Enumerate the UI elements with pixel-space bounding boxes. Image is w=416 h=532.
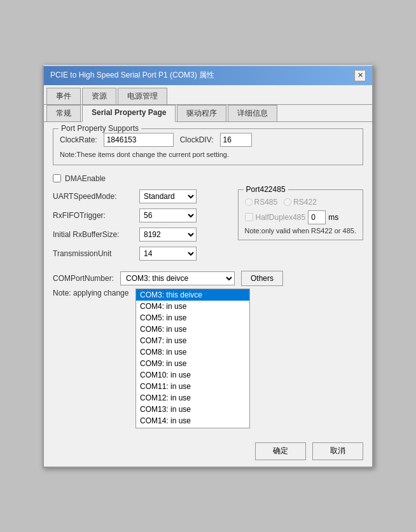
tab-driver[interactable]: 驱动程序	[177, 105, 226, 121]
port-property-note: Note:These items dont change the current…	[60, 151, 356, 158]
com-port-row: COMPortNumber: COM3: this deivce COM4: i…	[53, 271, 363, 286]
rs422-radio[interactable]	[284, 198, 291, 206]
others-button[interactable]: Others	[241, 271, 283, 286]
ms-label: ms	[328, 213, 338, 222]
rxbuffer-select[interactable]: 8192 4096 16384	[139, 228, 197, 242]
port422-radio-row: RS485 RS422	[245, 198, 357, 207]
port-property-fieldset: Port Property Supports ClockRate: ClockD…	[53, 128, 363, 165]
rxbuffer-label: Initial RxBufferSize:	[53, 230, 135, 239]
dropdown-item-com14[interactable]: COM14: in use	[136, 415, 249, 426]
port422-note: Note:only valid when RS422 or 485.	[245, 227, 357, 235]
clock-div-input[interactable]	[220, 133, 252, 147]
rxfifo-select[interactable]: 56 16 32 64	[139, 208, 197, 222]
port422-legend: Port422485	[244, 185, 288, 194]
port422-fieldset: Port422485 RS485 RS422 HalfDuplex485	[238, 189, 364, 240]
com-port-select[interactable]: COM3: this deivce COM4: in use COM5: in …	[120, 271, 235, 285]
clock-div-label: ClockDIV:	[180, 135, 214, 144]
dropdown-item-com6[interactable]: COM6: in use	[136, 324, 249, 335]
dropdown-item-com13[interactable]: COM13: in use	[136, 404, 249, 415]
tab-details[interactable]: 详细信息	[228, 105, 277, 121]
dropdown-item-com15[interactable]: COM15: in use	[136, 426, 249, 428]
com-dropdown-list[interactable]: COM3: this deivce COM4: in use COM5: in …	[135, 289, 250, 428]
dropdown-item-com9[interactable]: COM9: in use	[136, 358, 249, 369]
dma-row: DMAEnable	[53, 174, 363, 183]
dropdown-item-com12[interactable]: COM12: in use	[136, 392, 249, 404]
tab-resources[interactable]: 资源	[82, 88, 116, 104]
rs485-radio-label: RS485	[245, 198, 278, 207]
window-title: PCIE to High Speed Serial Port P1 (COM3)…	[50, 70, 214, 81]
close-button[interactable]: ✕	[354, 70, 366, 81]
half-duplex-checkbox[interactable]	[245, 213, 253, 221]
rs422-radio-label: RS422	[284, 198, 317, 207]
note-applying: Note: applying change	[53, 289, 128, 297]
rs422-label-text: RS422	[293, 198, 317, 207]
tab-serial-property[interactable]: Serial Property Page	[82, 105, 176, 122]
transmission-select[interactable]: 14 7 21 28	[139, 247, 197, 261]
port-property-legend: Port Property Supports	[59, 124, 141, 133]
dma-checkbox[interactable]	[53, 174, 61, 182]
clock-rate-input[interactable]	[104, 133, 174, 147]
half-duplex-label: HalfDuplex485	[256, 213, 306, 222]
dropdown-item-com4[interactable]: COM4: in use	[136, 301, 249, 312]
dialog-content: Port Property Supports ClockRate: ClockD…	[44, 122, 372, 437]
ok-button[interactable]: 确定	[255, 442, 306, 460]
tab-power-management[interactable]: 电源管理	[118, 88, 167, 104]
clock-rate-label: ClockRate:	[60, 135, 97, 144]
half-duplex-input[interactable]	[308, 210, 326, 224]
rs485-radio[interactable]	[245, 198, 253, 206]
tab-row-1: 事件 资源 电源管理	[44, 85, 372, 105]
com-port-label: COMPortNumber:	[53, 274, 114, 283]
transmission-label: TransmissionUnit	[53, 249, 135, 258]
title-bar: PCIE to High Speed Serial Port P1 (COM3)…	[44, 66, 372, 85]
bottom-button-row: 确定 取消	[44, 437, 372, 467]
cancel-button[interactable]: 取消	[312, 442, 363, 460]
port-property-row: ClockRate: ClockDIV:	[60, 133, 356, 147]
tab-row-2: 常规 Serial Property Page 驱动程序 详细信息	[44, 105, 372, 122]
uart-label: UARTSpeedMode:	[53, 192, 135, 201]
dropdown-item-com7[interactable]: COM7: in use	[136, 335, 249, 346]
dropdown-item-com10[interactable]: COM10: in use	[136, 369, 249, 381]
uart-select[interactable]: Standard Fast Ultra	[139, 189, 197, 203]
dropdown-item-com11[interactable]: COM11: in use	[136, 381, 249, 392]
tab-events[interactable]: 事件	[46, 88, 81, 104]
dialog-window: PCIE to High Speed Serial Port P1 (COM3)…	[43, 65, 373, 468]
dropdown-item-com5[interactable]: COM5: in use	[136, 312, 249, 324]
half-duplex-row: HalfDuplex485 ms	[245, 210, 357, 224]
rxfifo-label: RxFIFOTrigger:	[53, 211, 135, 220]
tab-general[interactable]: 常规	[46, 105, 81, 121]
dropdown-item-com3[interactable]: COM3: this deivce	[136, 289, 249, 301]
rs485-label-text: RS485	[254, 198, 278, 207]
dropdown-item-com8[interactable]: COM8: in use	[136, 346, 249, 358]
dma-label: DMAEnable	[65, 174, 106, 183]
